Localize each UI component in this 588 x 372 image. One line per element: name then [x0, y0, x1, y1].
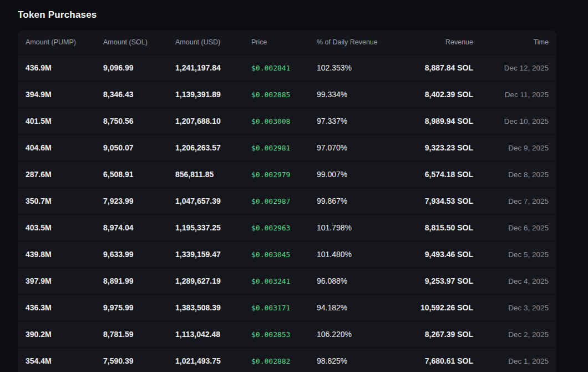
- column-header-pct-daily-revenue: % of Daily Revenue: [317, 31, 392, 54]
- cell-price: $0.002841: [251, 54, 317, 81]
- cell-amount-usd: 1,339,159.47: [175, 241, 251, 268]
- cell-revenue: 10,592.26 SOL: [392, 294, 473, 321]
- cell-pct-daily-revenue: 99.867%: [317, 188, 392, 214]
- column-header-amount-sol: Amount (SOL): [103, 31, 175, 54]
- cell-amount-usd: 1,206,263.57: [175, 134, 251, 161]
- cell-time: Dec 3, 2025: [473, 294, 556, 321]
- cell-amount-sol: 7,923.99: [103, 188, 175, 214]
- cell-pct-daily-revenue: 98.825%: [317, 348, 392, 372]
- cell-amount-sol: 8,346.43: [103, 81, 175, 108]
- cell-pct-daily-revenue: 99.007%: [317, 161, 392, 188]
- cell-price: $0.002885: [251, 81, 317, 108]
- cell-time: Dec 10, 2025: [473, 108, 556, 134]
- cell-time: Dec 12, 2025: [473, 54, 556, 81]
- cell-amount-pump: 401.5M: [18, 108, 103, 134]
- cell-price: $0.002979: [251, 161, 317, 188]
- cell-amount-sol: 9,096.99: [103, 54, 175, 81]
- column-header-price: Price: [251, 31, 317, 54]
- cell-time: Dec 8, 2025: [473, 161, 556, 188]
- cell-amount-usd: 1,241,197.84: [175, 54, 251, 81]
- column-header-revenue: Revenue: [392, 31, 473, 54]
- cell-amount-usd: 1,207,688.10: [175, 108, 251, 134]
- cell-amount-sol: 9,975.99: [103, 294, 175, 321]
- cell-revenue: 9,493.46 SOL: [392, 241, 473, 268]
- cell-amount-usd: 1,289,627.19: [175, 268, 251, 294]
- cell-time: Dec 1, 2025: [473, 348, 556, 372]
- table-row: 404.6M 9,050.07 1,206,263.57 $0.002981 9…: [18, 134, 556, 161]
- cell-time: Dec 7, 2025: [473, 188, 556, 214]
- cell-revenue: 9,253.97 SOL: [392, 268, 473, 294]
- cell-pct-daily-revenue: 97.337%: [317, 108, 392, 134]
- cell-amount-usd: 1,021,493.75: [175, 348, 251, 372]
- cell-price: $0.003171: [251, 294, 317, 321]
- page-title: Token Purchases: [18, 9, 97, 21]
- table-row: 401.5M 8,750.56 1,207,688.10 $0.003008 9…: [18, 108, 556, 134]
- table-row: 436.3M 9,975.99 1,383,508.39 $0.003171 9…: [18, 294, 556, 321]
- cell-time: Dec 5, 2025: [473, 241, 556, 268]
- cell-amount-pump: 439.8M: [18, 241, 103, 268]
- cell-pct-daily-revenue: 97.070%: [317, 134, 392, 161]
- cell-price: $0.003045: [251, 241, 317, 268]
- cell-amount-sol: 6,508.91: [103, 161, 175, 188]
- cell-pct-daily-revenue: 102.353%: [317, 54, 392, 81]
- cell-time: Dec 4, 2025: [473, 268, 556, 294]
- token-purchases-card: Amount (PUMP) Amount (SOL) Amount (USD) …: [18, 31, 556, 372]
- column-header-time: Time: [473, 31, 556, 54]
- table-row: 403.5M 8,974.04 1,195,337.25 $0.002963 1…: [18, 214, 556, 241]
- cell-price: $0.002963: [251, 214, 317, 241]
- table-row: 397.9M 8,891.99 1,289,627.19 $0.003241 9…: [18, 268, 556, 294]
- table-row: 350.7M 7,923.99 1,047,657.39 $0.002987 9…: [18, 188, 556, 214]
- column-header-amount-usd: Amount (USD): [175, 31, 251, 54]
- cell-amount-pump: 354.4M: [18, 348, 103, 372]
- table-row: 354.4M 7,590.39 1,021,493.75 $0.002882 9…: [18, 348, 556, 372]
- cell-price: $0.003241: [251, 268, 317, 294]
- cell-revenue: 8,989.94 SOL: [392, 108, 473, 134]
- cell-amount-usd: 1,139,391.89: [175, 81, 251, 108]
- cell-amount-usd: 1,383,508.39: [175, 294, 251, 321]
- table-header: Amount (PUMP) Amount (SOL) Amount (USD) …: [18, 31, 556, 54]
- cell-amount-sol: 8,974.04: [103, 214, 175, 241]
- cell-price: $0.002981: [251, 134, 317, 161]
- cell-amount-pump: 394.9M: [18, 81, 103, 108]
- token-purchases-table: Amount (PUMP) Amount (SOL) Amount (USD) …: [18, 31, 556, 372]
- table-row: 390.2M 8,781.59 1,113,042.48 $0.002853 1…: [18, 321, 556, 348]
- table-row: 439.8M 9,633.99 1,339,159.47 $0.003045 1…: [18, 241, 556, 268]
- cell-amount-usd: 856,811.85: [175, 161, 251, 188]
- column-header-amount-pump: Amount (PUMP): [18, 31, 103, 54]
- cell-revenue: 8,402.39 SOL: [392, 81, 473, 108]
- cell-revenue: 9,323.23 SOL: [392, 134, 473, 161]
- cell-price: $0.002987: [251, 188, 317, 214]
- cell-amount-pump: 403.5M: [18, 214, 103, 241]
- cell-amount-sol: 9,050.07: [103, 134, 175, 161]
- cell-amount-pump: 390.2M: [18, 321, 103, 348]
- cell-time: Dec 2, 2025: [473, 321, 556, 348]
- cell-amount-sol: 9,633.99: [103, 241, 175, 268]
- cell-revenue: 8,887.84 SOL: [392, 54, 473, 81]
- cell-pct-daily-revenue: 96.088%: [317, 268, 392, 294]
- cell-price: $0.002882: [251, 348, 317, 372]
- cell-pct-daily-revenue: 99.334%: [317, 81, 392, 108]
- table-row: 394.9M 8,346.43 1,139,391.89 $0.002885 9…: [18, 81, 556, 108]
- cell-revenue: 7,934.53 SOL: [392, 188, 473, 214]
- cell-amount-sol: 8,781.59: [103, 321, 175, 348]
- cell-amount-usd: 1,195,337.25: [175, 214, 251, 241]
- cell-pct-daily-revenue: 101.480%: [317, 241, 392, 268]
- cell-pct-daily-revenue: 106.220%: [317, 321, 392, 348]
- table-row: 287.6M 6,508.91 856,811.85 $0.002979 99.…: [18, 161, 556, 188]
- cell-amount-pump: 436.3M: [18, 294, 103, 321]
- cell-amount-pump: 397.9M: [18, 268, 103, 294]
- cell-pct-daily-revenue: 94.182%: [317, 294, 392, 321]
- cell-amount-sol: 7,590.39: [103, 348, 175, 372]
- cell-revenue: 8,815.50 SOL: [392, 214, 473, 241]
- table-row: 436.9M 9,096.99 1,241,197.84 $0.002841 1…: [18, 54, 556, 81]
- cell-revenue: 8,267.39 SOL: [392, 321, 473, 348]
- table-body: 436.9M 9,096.99 1,241,197.84 $0.002841 1…: [18, 54, 556, 372]
- cell-time: Dec 9, 2025: [473, 134, 556, 161]
- cell-amount-pump: 404.6M: [18, 134, 103, 161]
- cell-revenue: 7,680.61 SOL: [392, 348, 473, 372]
- cell-time: Dec 11, 2025: [473, 81, 556, 108]
- cell-pct-daily-revenue: 101.798%: [317, 214, 392, 241]
- cell-amount-usd: 1,113,042.48: [175, 321, 251, 348]
- cell-amount-pump: 436.9M: [18, 54, 103, 81]
- cell-revenue: 6,574.18 SOL: [392, 161, 473, 188]
